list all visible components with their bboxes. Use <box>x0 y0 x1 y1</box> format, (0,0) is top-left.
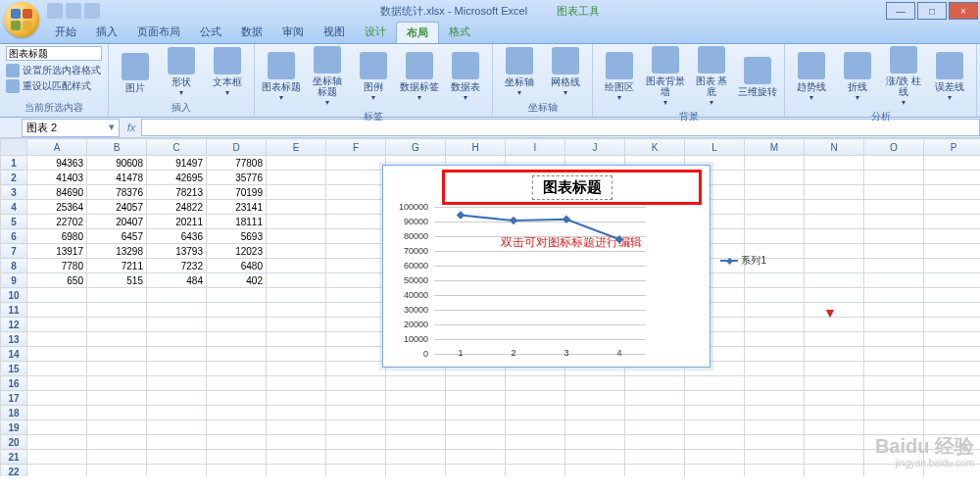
cell[interactable] <box>267 244 326 259</box>
row-header-21[interactable]: 21 <box>1 450 27 465</box>
cell[interactable] <box>27 465 87 477</box>
cell[interactable] <box>326 244 386 259</box>
cell[interactable] <box>267 318 326 332</box>
cell[interactable] <box>924 332 981 347</box>
row-header-18[interactable]: 18 <box>1 406 27 420</box>
cell[interactable] <box>685 420 745 435</box>
tab-格式[interactable]: 格式 <box>439 22 480 43</box>
cell[interactable] <box>386 450 446 465</box>
qat-save-icon[interactable] <box>47 3 63 19</box>
cell[interactable] <box>326 215 386 229</box>
cell[interactable] <box>805 406 864 420</box>
cell[interactable]: 6980 <box>27 229 87 244</box>
cell[interactable] <box>326 435 386 450</box>
cell[interactable] <box>565 376 625 391</box>
cell[interactable]: 650 <box>27 273 87 288</box>
cell[interactable] <box>207 332 267 347</box>
cell[interactable] <box>924 229 981 244</box>
window-minimize-button[interactable]: — <box>886 2 915 20</box>
qat-undo-icon[interactable] <box>66 3 81 19</box>
cell[interactable]: 6480 <box>207 259 267 273</box>
name-box[interactable]: 图表 2 <box>22 119 120 137</box>
row-header-15[interactable]: 15 <box>1 362 27 376</box>
plot-area-button[interactable]: 绘图区 <box>599 52 640 103</box>
cell[interactable] <box>745 332 805 347</box>
tab-审阅[interactable]: 审阅 <box>272 22 314 43</box>
row-header-13[interactable]: 13 <box>1 332 27 347</box>
cell[interactable] <box>147 288 207 303</box>
cell[interactable]: 77808 <box>207 156 267 171</box>
cell[interactable] <box>745 156 805 171</box>
cell[interactable] <box>924 288 981 303</box>
row-header-20[interactable]: 20 <box>1 435 27 450</box>
cell[interactable] <box>87 391 147 406</box>
cell[interactable] <box>267 391 326 406</box>
row-header-5[interactable]: 5 <box>1 215 27 229</box>
cell[interactable] <box>326 420 386 435</box>
row-header-1[interactable]: 1 <box>1 156 27 171</box>
row-header-7[interactable]: 7 <box>1 244 27 259</box>
cell[interactable] <box>506 376 565 391</box>
cell[interactable] <box>386 435 446 450</box>
cell[interactable]: 35776 <box>207 171 267 185</box>
row-header-2[interactable]: 2 <box>1 171 27 185</box>
cell[interactable] <box>805 420 864 435</box>
cell[interactable] <box>207 465 267 477</box>
cell[interactable] <box>87 465 147 477</box>
cell[interactable] <box>864 200 924 215</box>
row-header-17[interactable]: 17 <box>1 391 27 406</box>
cell[interactable] <box>864 376 924 391</box>
cell[interactable] <box>326 450 386 465</box>
cell[interactable] <box>924 200 981 215</box>
error-bars-button[interactable]: 误差线 <box>929 52 970 103</box>
tab-布局[interactable]: 布局 <box>396 22 439 43</box>
col-header-G[interactable]: G <box>386 139 446 156</box>
cell[interactable]: 12023 <box>207 244 267 259</box>
cell[interactable] <box>147 420 207 435</box>
cell[interactable] <box>267 406 326 420</box>
cell[interactable] <box>326 318 386 332</box>
cell[interactable] <box>87 288 147 303</box>
cell[interactable] <box>565 450 625 465</box>
cell[interactable] <box>924 362 981 376</box>
cell[interactable] <box>745 450 805 465</box>
office-orb-button[interactable] <box>4 2 39 37</box>
col-header-D[interactable]: D <box>207 139 267 156</box>
cell[interactable] <box>805 362 864 376</box>
cell[interactable] <box>625 391 685 406</box>
cell[interactable] <box>924 406 981 420</box>
cell[interactable] <box>745 215 805 229</box>
cell[interactable] <box>267 273 326 288</box>
cell[interactable] <box>446 435 506 450</box>
chart-line-series[interactable] <box>434 207 646 354</box>
cell[interactable] <box>326 273 386 288</box>
tab-数据[interactable]: 数据 <box>231 22 272 43</box>
axis-title-button[interactable]: 坐标轴 标题 <box>307 46 348 108</box>
cell[interactable]: 7780 <box>27 259 87 273</box>
cell[interactable] <box>27 318 87 332</box>
cell[interactable] <box>87 450 147 465</box>
cell[interactable] <box>625 376 685 391</box>
row-header-3[interactable]: 3 <box>1 185 27 200</box>
cell[interactable] <box>207 420 267 435</box>
cell[interactable] <box>207 318 267 332</box>
cell[interactable] <box>87 347 147 362</box>
cell[interactable] <box>267 435 326 450</box>
cell[interactable] <box>27 450 87 465</box>
cell[interactable] <box>805 450 864 465</box>
cell[interactable] <box>326 465 386 477</box>
cell[interactable] <box>27 288 87 303</box>
cell[interactable] <box>805 244 864 259</box>
row-header-14[interactable]: 14 <box>1 347 27 362</box>
cell[interactable] <box>805 156 864 171</box>
cell[interactable] <box>207 347 267 362</box>
cell[interactable] <box>326 200 386 215</box>
cell[interactable] <box>805 185 864 200</box>
row-header-6[interactable]: 6 <box>1 229 27 244</box>
cell[interactable] <box>506 391 565 406</box>
cell[interactable] <box>267 303 326 318</box>
cell[interactable] <box>805 273 864 288</box>
cell[interactable] <box>685 406 745 420</box>
cell[interactable] <box>27 376 87 391</box>
cell[interactable] <box>745 435 805 450</box>
